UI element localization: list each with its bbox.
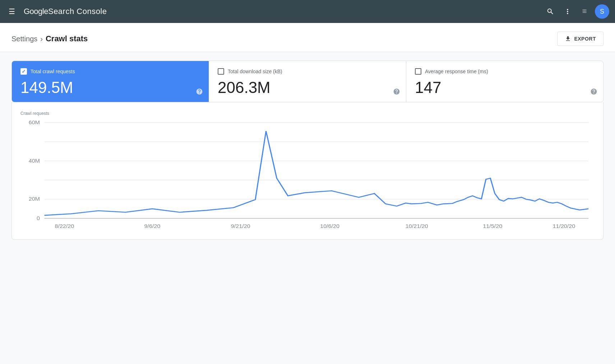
svg-text:10/6/20: 10/6/20 (320, 223, 339, 229)
main-content: ✓ Total crawl requests 149.5M Total down… (0, 52, 615, 248)
stat-card-header-2: Total download size (kB) (218, 68, 397, 75)
svg-text:0: 0 (37, 215, 40, 221)
stat-checkbox-response[interactable] (415, 68, 421, 75)
stat-value-download: 206.3M (218, 79, 397, 96)
svg-text:8/22/20: 8/22/20 (55, 223, 74, 229)
stat-cards-container: ✓ Total crawl requests 149.5M Total down… (11, 61, 604, 102)
export-button[interactable]: EXPORT (557, 32, 604, 46)
logo-google-text: Google (24, 7, 48, 16)
stat-card-crawl-requests[interactable]: ✓ Total crawl requests 149.5M (12, 61, 209, 102)
svg-text:20M: 20M (29, 196, 40, 202)
logo-title-text: Search Console (48, 7, 107, 16)
chart-container: Crawl requests 60M 40M 20M 0 (11, 102, 604, 240)
help-icon-crawl[interactable] (196, 88, 203, 97)
help-icon-response[interactable] (590, 88, 597, 97)
svg-text:11/5/20: 11/5/20 (483, 223, 502, 229)
apps-icon[interactable] (578, 4, 592, 19)
user-avatar[interactable]: S (595, 4, 609, 19)
stat-label-response: Average response time (ms) (425, 69, 488, 74)
svg-text:10/21/20: 10/21/20 (406, 223, 428, 229)
svg-text:60M: 60M (29, 120, 40, 125)
help-icon-download[interactable] (393, 88, 400, 97)
stat-card-response-time[interactable]: Average response time (ms) 147 (406, 61, 603, 102)
breadcrumb: Settings › Crawl stats (11, 34, 88, 43)
breadcrumb-current: Crawl stats (46, 34, 88, 43)
app-logo: Google Search Console (24, 7, 537, 16)
stat-label-crawl: Total crawl requests (31, 69, 75, 74)
breadcrumb-separator: › (40, 35, 43, 43)
header-actions: S (543, 4, 609, 19)
app-header: ☰ Google Search Console S (0, 0, 615, 23)
chart-line (44, 131, 588, 216)
svg-text:40M: 40M (29, 158, 40, 164)
stat-checkbox-download[interactable] (218, 68, 224, 75)
search-icon[interactable] (543, 4, 558, 19)
svg-text:11/20/20: 11/20/20 (553, 223, 575, 229)
export-label: EXPORT (574, 36, 596, 42)
breadcrumb-bar: Settings › Crawl stats EXPORT (0, 23, 615, 52)
more-options-icon[interactable] (560, 4, 575, 19)
svg-text:9/6/20: 9/6/20 (144, 223, 161, 229)
stat-card-header-3: Average response time (ms) (415, 68, 595, 75)
stat-card-download-size[interactable]: Total download size (kB) 206.3M (209, 61, 406, 102)
chart-y-label: Crawl requests (18, 111, 597, 116)
chart-svg: 60M 40M 20M 0 8/22/20 9/6/20 9/21/20 10/… (18, 119, 597, 234)
stat-value-response: 147 (415, 79, 595, 96)
checkbox-check-icon: ✓ (22, 69, 26, 74)
svg-text:9/21/20: 9/21/20 (231, 223, 250, 229)
breadcrumb-parent[interactable]: Settings (11, 35, 37, 43)
stat-checkbox-crawl[interactable]: ✓ (20, 68, 27, 75)
stat-value-crawl: 149.5M (20, 79, 200, 96)
stat-card-header: ✓ Total crawl requests (20, 68, 200, 75)
chart-wrap: 60M 40M 20M 0 8/22/20 9/6/20 9/21/20 10/… (18, 119, 597, 234)
stat-label-download: Total download size (kB) (228, 69, 282, 74)
menu-icon[interactable]: ☰ (6, 4, 18, 19)
